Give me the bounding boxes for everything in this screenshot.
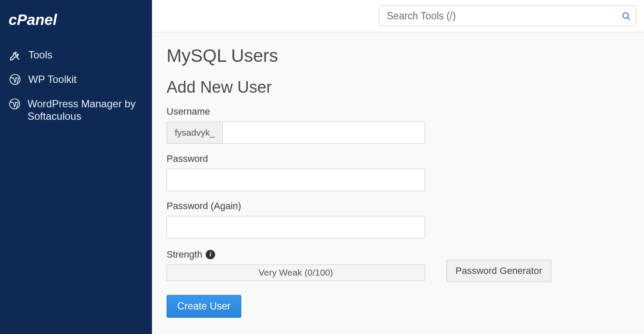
sidebar-item-wordpress-manager[interactable]: WordPress Manager by Softaculous	[0, 92, 152, 129]
strength-label: Strength	[167, 249, 202, 260]
wordpress-icon	[9, 73, 21, 85]
username-label: Username	[167, 106, 553, 117]
sidebar-item-label: WP Toolkit	[28, 73, 77, 86]
sidebar-item-label: Tools	[28, 49, 52, 61]
search-box[interactable]	[379, 6, 636, 26]
strength-indicator: Very Weak (0/100)	[167, 264, 425, 281]
field-username: Username fysadvyk_	[167, 106, 553, 144]
sidebar-item-label: WordPress Manager by Softaculous	[27, 98, 143, 123]
create-user-button[interactable]: Create User	[167, 295, 241, 318]
topbar	[152, 0, 644, 32]
main: MySQL Users Add New User Username fysadv…	[152, 0, 644, 334]
search-input[interactable]	[387, 10, 621, 22]
section-title: Add New User	[167, 78, 629, 97]
content: MySQL Users Add New User Username fysadv…	[152, 32, 644, 334]
password-generator-button[interactable]: Password Generator	[447, 260, 551, 282]
tools-icon	[9, 49, 21, 61]
brand-logo[interactable]: cPanel	[0, 9, 152, 43]
password-again-input[interactable]	[167, 216, 425, 238]
username-input[interactable]	[222, 121, 425, 144]
add-user-form: Username fysadvyk_ Password Password (Ag…	[167, 106, 553, 318]
wordpress-icon	[9, 98, 21, 110]
page-title: MySQL Users	[167, 46, 629, 66]
search-icon[interactable]	[621, 11, 631, 21]
svg-text:cPanel: cPanel	[9, 11, 58, 28]
username-prefix: fysadvyk_	[167, 121, 222, 144]
field-password: Password	[167, 153, 553, 191]
sidebar: cPanel Tools WP Toolkit	[0, 0, 152, 334]
strength-row: Strength i Very Weak (0/100) Password Ge…	[167, 248, 553, 282]
password-label: Password	[167, 153, 553, 164]
field-password-again: Password (Again)	[167, 200, 553, 238]
password-input[interactable]	[167, 169, 425, 191]
info-icon[interactable]: i	[206, 250, 215, 259]
sidebar-item-tools[interactable]: Tools	[0, 43, 152, 67]
password-again-label: Password (Again)	[167, 200, 553, 212]
svg-line-4	[628, 18, 629, 19]
sidebar-item-wp-toolkit[interactable]: WP Toolkit	[0, 67, 152, 92]
